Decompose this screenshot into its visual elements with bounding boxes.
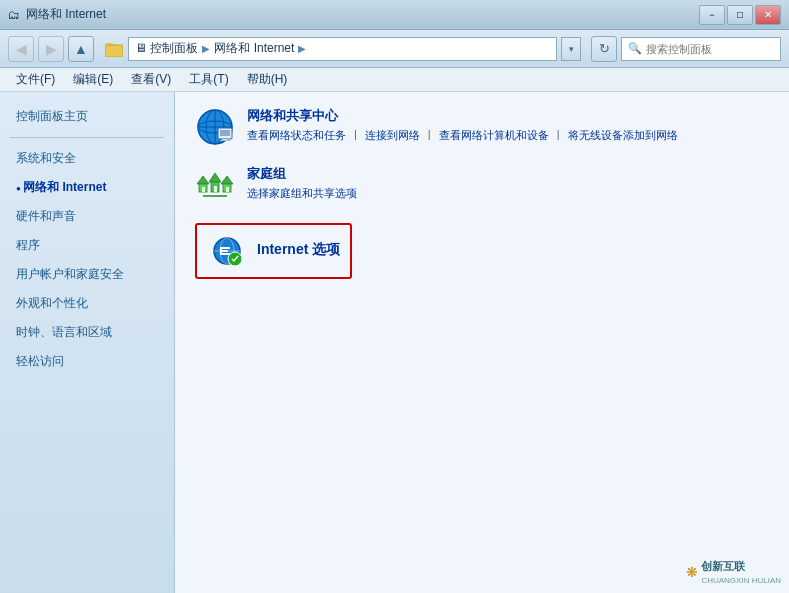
breadcrumb-root: 🖥 控制面板 — [135, 40, 198, 57]
menu-help[interactable]: 帮助(H) — [239, 69, 296, 91]
watermark: ❋ 创新互联 CHUANGXIN HULIAN — [686, 559, 781, 585]
homegroup-links: 选择家庭组和共享选项 — [247, 186, 769, 201]
navigation-bar: ◀ ▶ ▲ 🖥 控制面板 ▶ 网络和 Internet ▶ ▾ ↻ 🔍 — [0, 30, 789, 68]
folder-icon — [104, 39, 124, 59]
minimize-button[interactable]: － — [699, 5, 725, 25]
internet-options-icon — [207, 231, 247, 271]
back-icon: ◀ — [16, 41, 27, 57]
breadcrumb-path[interactable]: 🖥 控制面板 ▶ 网络和 Internet ▶ — [128, 37, 557, 61]
menu-tools[interactable]: 工具(T) — [181, 69, 236, 91]
window-title: 网络和 Internet — [26, 6, 106, 23]
title-bar-left: 🗂 网络和 Internet — [8, 6, 106, 23]
content-area: 网络和共享中心 查看网络状态和任务 | 连接到网络 | 查看网络计算机和设备 |… — [175, 92, 789, 593]
title-bar-controls: － □ ✕ — [699, 5, 781, 25]
main-layout: 控制面板主页 系统和安全 网络和 Internet 硬件和声音 程序 用户帐户和… — [0, 92, 789, 593]
internet-options-box[interactable]: Internet 选项 — [195, 223, 352, 279]
up-icon: ▲ — [74, 41, 88, 57]
breadcrumb-current: 网络和 Internet — [214, 40, 294, 57]
internet-options-title[interactable]: Internet 选项 — [257, 241, 340, 259]
homegroup-text: 家庭组 选择家庭组和共享选项 — [247, 165, 769, 201]
svg-rect-20 — [226, 187, 229, 192]
svg-rect-14 — [202, 187, 205, 192]
sidebar-item-users[interactable]: 用户帐户和家庭安全 — [0, 260, 174, 289]
breadcrumb-icon: 🖥 — [135, 41, 147, 55]
network-center-icon — [195, 107, 235, 147]
breadcrumb-separator: ▶ — [202, 43, 210, 54]
close-button[interactable]: ✕ — [755, 5, 781, 25]
sidebar-item-ease[interactable]: 轻松访问 — [0, 347, 174, 376]
network-link-status[interactable]: 查看网络状态和任务 — [247, 128, 346, 143]
network-center-links: 查看网络状态和任务 | 连接到网络 | 查看网络计算机和设备 | 将无线设备添加… — [247, 128, 769, 143]
menu-file[interactable]: 文件(F) — [8, 69, 63, 91]
network-link-connect[interactable]: 连接到网络 — [365, 128, 420, 143]
breadcrumb-end-arrow: ▶ — [298, 43, 306, 54]
watermark-logo: ❋ — [686, 564, 698, 580]
sidebar-divider-1 — [10, 137, 164, 138]
refresh-icon: ↻ — [599, 41, 610, 56]
address-bar-container: 🖥 控制面板 ▶ 网络和 Internet ▶ ▾ — [104, 37, 581, 61]
window-icon: 🗂 — [8, 8, 20, 22]
sidebar-item-programs[interactable]: 程序 — [0, 231, 174, 260]
menu-bar: 文件(F) 编辑(E) 查看(V) 工具(T) 帮助(H) — [0, 68, 789, 92]
menu-edit[interactable]: 编辑(E) — [65, 69, 121, 91]
network-center-text: 网络和共享中心 查看网络状态和任务 | 连接到网络 | 查看网络计算机和设备 |… — [247, 107, 769, 143]
refresh-button[interactable]: ↻ — [591, 36, 617, 62]
sidebar-item-clock[interactable]: 时钟、语言和区域 — [0, 318, 174, 347]
sidebar-item-home[interactable]: 控制面板主页 — [0, 102, 174, 131]
address-dropdown-button[interactable]: ▾ — [561, 37, 581, 61]
watermark-text: 创新互联 CHUANGXIN HULIAN — [701, 559, 781, 585]
network-center-item: 网络和共享中心 查看网络状态和任务 | 连接到网络 | 查看网络计算机和设备 |… — [195, 107, 769, 147]
svg-marker-12 — [197, 176, 209, 184]
forward-icon: ▶ — [46, 41, 57, 57]
search-icon: 🔍 — [628, 42, 642, 55]
svg-marker-18 — [221, 176, 233, 184]
sidebar-item-network[interactable]: 网络和 Internet — [0, 173, 174, 202]
svg-rect-17 — [214, 186, 217, 192]
up-button[interactable]: ▲ — [68, 36, 94, 62]
title-bar: 🗂 网络和 Internet － □ ✕ — [0, 0, 789, 30]
svg-rect-11 — [220, 140, 230, 141]
internet-options-item: Internet 选项 — [195, 223, 769, 279]
sidebar-item-appearance[interactable]: 外观和个性化 — [0, 289, 174, 318]
homegroup-link-share[interactable]: 选择家庭组和共享选项 — [247, 186, 357, 201]
homegroup-title[interactable]: 家庭组 — [247, 165, 769, 183]
sidebar: 控制面板主页 系统和安全 网络和 Internet 硬件和声音 程序 用户帐户和… — [0, 92, 175, 593]
svg-rect-28 — [220, 247, 222, 255]
svg-rect-9 — [220, 130, 230, 136]
menu-view[interactable]: 查看(V) — [123, 69, 179, 91]
forward-button[interactable]: ▶ — [38, 36, 64, 62]
sidebar-item-system[interactable]: 系统和安全 — [0, 144, 174, 173]
homegroup-item: 家庭组 选择家庭组和共享选项 — [195, 165, 769, 205]
homegroup-icon — [195, 165, 235, 205]
network-link-wireless[interactable]: 将无线设备添加到网络 — [568, 128, 678, 143]
network-center-title[interactable]: 网络和共享中心 — [247, 107, 769, 125]
maximize-button[interactable]: □ — [727, 5, 753, 25]
search-input[interactable] — [646, 43, 784, 55]
sidebar-item-hardware[interactable]: 硬件和声音 — [0, 202, 174, 231]
svg-marker-15 — [209, 173, 221, 182]
search-bar: 🔍 🔍 — [621, 37, 781, 61]
back-button[interactable]: ◀ — [8, 36, 34, 62]
network-link-computers[interactable]: 查看网络计算机和设备 — [439, 128, 549, 143]
